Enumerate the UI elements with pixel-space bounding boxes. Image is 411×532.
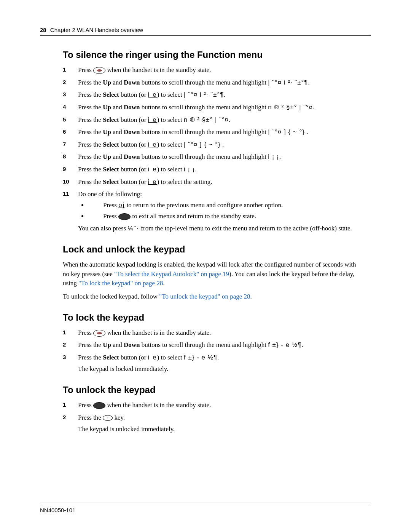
unlock-result: The keypad is unlocked immediately. bbox=[78, 425, 371, 434]
page-header: 28 Chapter 2 WLAN Handsets overview bbox=[40, 27, 371, 36]
step11-note: You can also press ¼¨· from the top-leve… bbox=[78, 224, 371, 233]
lockunlock-para2: To unlock the locked keypad, follow "To … bbox=[63, 292, 362, 302]
steps-unlock-keypad: 1 Press when the handset is in the stand… bbox=[63, 401, 371, 434]
steps-silence-ringer: 1 Press when the handset is in the stand… bbox=[63, 66, 371, 233]
fcn-button-icon bbox=[93, 330, 105, 337]
link-autolock[interactable]: "To select the Keypad Autolock" on page … bbox=[114, 270, 229, 278]
chapter-title: Chapter 2 WLAN Handsets overview bbox=[50, 27, 143, 33]
heading-silence-ringer: To silence the ringer using the Function… bbox=[63, 50, 371, 60]
heading-unlock-keypad: To unlock the keypad bbox=[63, 385, 371, 395]
link-unlock-keypad[interactable]: "To unlock the keypad" on page 28 bbox=[159, 293, 250, 300]
lockunlock-para1: When the automatic keypad locking is ena… bbox=[63, 260, 362, 288]
page-footer: NN40050-101 bbox=[40, 503, 371, 513]
link-lock-keypad[interactable]: "To lock the keypad" on page 28 bbox=[78, 280, 163, 287]
lock-result: The keypad is locked immediately. bbox=[78, 364, 371, 374]
power-button-icon bbox=[93, 402, 105, 409]
doc-id: NN40050-101 bbox=[40, 507, 75, 513]
heading-lock-keypad: To lock the keypad bbox=[63, 312, 371, 323]
heading-lock-unlock: Lock and unlock the keypad bbox=[63, 244, 371, 255]
steps-lock-keypad: 1 Press when the handset is in the stand… bbox=[63, 328, 371, 374]
page-number: 28 bbox=[40, 27, 46, 33]
document-page: 28 Chapter 2 WLAN Handsets overview To s… bbox=[0, 0, 411, 532]
power-button-icon bbox=[118, 213, 131, 220]
hash-key-icon: # bbox=[103, 415, 113, 421]
fcn-button-icon bbox=[93, 67, 105, 74]
step11-bullets: Press oj to return to the previous menu … bbox=[88, 201, 371, 221]
